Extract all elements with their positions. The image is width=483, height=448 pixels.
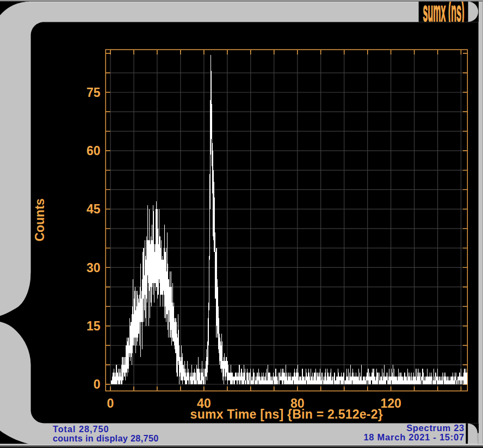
svg-text:45: 45 [86,202,101,216]
svg-text:0: 0 [94,377,101,391]
svg-text:15: 15 [86,319,101,333]
svg-text:Counts: Counts [33,198,47,241]
svg-text:18 March 2021 - 15:07: 18 March 2021 - 15:07 [363,432,464,442]
svg-text:30: 30 [86,261,101,275]
svg-text:counts in display 28,750: counts in display 28,750 [53,433,159,443]
svg-text:Spectrum 23: Spectrum 23 [406,423,465,433]
svg-text:75: 75 [86,85,101,100]
svg-text:60: 60 [86,144,101,158]
svg-text:120: 120 [380,396,401,410]
svg-text:0: 0 [107,396,114,410]
svg-text:sumx Time [ns] {Bin = 2.512e-2: sumx Time [ns] {Bin = 2.512e-2} [190,407,383,421]
